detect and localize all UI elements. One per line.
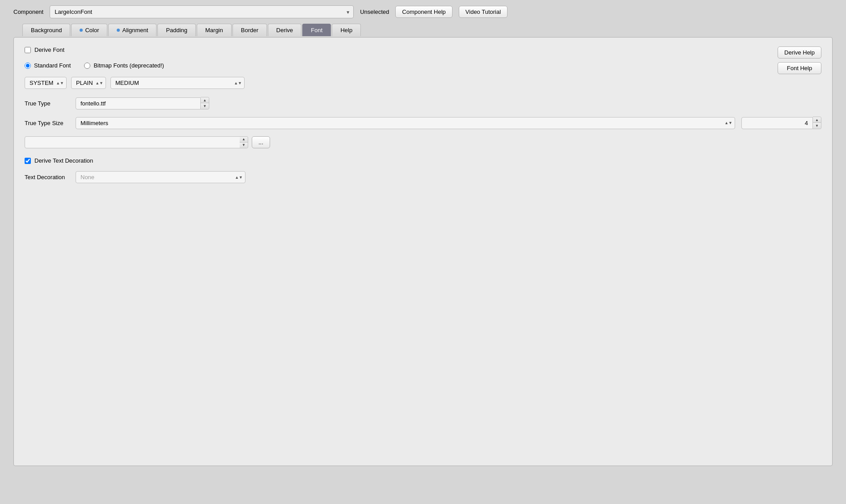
tab-background[interactable]: Background — [22, 24, 70, 36]
alignment-dot-icon — [117, 29, 120, 32]
tab-derive[interactable]: Derive — [268, 24, 302, 36]
path-input[interactable] — [25, 136, 240, 148]
derive-text-decoration-label: Derive Text Decoration — [34, 157, 93, 164]
size-value-up-btn[interactable]: ▲ — [813, 117, 821, 123]
true-type-row: True Type ▲ ▼ — [25, 97, 821, 109]
bitmap-font-option[interactable]: Bitmap Fonts (deprecated!) — [84, 62, 164, 69]
video-tutorial-button[interactable]: Video Tutorial — [459, 6, 508, 18]
color-dot-icon — [80, 29, 83, 32]
bitmap-font-label: Bitmap Fonts (deprecated!) — [93, 62, 164, 69]
tab-padding[interactable]: Padding — [157, 24, 196, 36]
derive-font-row: Derive Font — [25, 46, 821, 53]
font-style-select[interactable]: PLAIN — [71, 77, 106, 89]
path-down-btn[interactable]: ▼ — [240, 143, 248, 148]
component-help-button[interactable]: Component Help — [395, 6, 453, 18]
true-type-up-btn[interactable]: ▲ — [201, 97, 209, 103]
path-up-btn[interactable]: ▲ — [240, 137, 248, 143]
top-bar: Component LargeIconFont ▼ Unselected Com… — [0, 0, 846, 24]
true-type-size-label: True Type Size — [25, 120, 69, 126]
standard-font-option[interactable]: Standard Font — [25, 62, 71, 69]
font-help-button[interactable]: Font Help — [778, 62, 821, 74]
tab-background-label: Background — [31, 27, 62, 34]
font-style-select-box: PLAIN ▲▼ — [71, 77, 106, 89]
size-value-spinner-wrapper: ▲ ▼ — [741, 117, 821, 129]
derive-text-decoration-row: Derive Text Decoration — [25, 157, 821, 164]
derive-font-checkbox[interactable] — [25, 47, 31, 53]
component-select[interactable]: LargeIconFont — [50, 5, 354, 18]
font-dropdowns-row: SYSTEM ▲▼ PLAIN ▲▼ MEDIUM ▲▼ — [25, 77, 821, 89]
font-family-select-box: SYSTEM ▲▼ — [25, 77, 67, 89]
component-label: Component — [13, 8, 43, 15]
tab-font[interactable]: Font — [302, 24, 331, 36]
font-size-select[interactable]: MEDIUM — [110, 77, 245, 89]
tab-margin[interactable]: Margin — [197, 24, 232, 36]
tab-padding-label: Padding — [166, 27, 187, 34]
true-type-spinner-btns: ▲ ▼ — [201, 97, 209, 109]
tab-alignment-label: Alignment — [122, 27, 148, 34]
path-arrow-btns: ▲ ▼ — [240, 136, 248, 148]
standard-font-radio[interactable] — [25, 63, 31, 69]
size-unit-select-wrapper: Millimeters ▲▼ — [76, 117, 735, 129]
true-type-size-row: True Type Size Millimeters ▲▼ ▲ ▼ — [25, 117, 821, 129]
true-type-label: True Type — [25, 100, 69, 107]
main-panel: Derive Help Font Help Derive Font Standa… — [13, 37, 833, 466]
font-size-select-box: MEDIUM ▲▼ — [110, 77, 245, 89]
derive-text-decoration-checkbox[interactable] — [25, 158, 31, 164]
true-type-down-btn[interactable]: ▼ — [201, 103, 209, 109]
path-row: ▲ ▼ ... — [25, 136, 821, 148]
font-type-radio-row: Standard Font Bitmap Fonts (deprecated!) — [25, 62, 821, 69]
tab-help[interactable]: Help — [332, 24, 361, 36]
true-type-input[interactable] — [76, 97, 201, 109]
text-decoration-row: Text Decoration None ▲▼ — [25, 171, 821, 183]
font-family-select[interactable]: SYSTEM — [25, 77, 67, 89]
component-select-wrapper: LargeIconFont ▼ — [50, 5, 354, 18]
text-decoration-label: Text Decoration — [25, 174, 69, 181]
tab-font-label: Font — [311, 27, 322, 34]
unselected-label: Unselected — [360, 8, 389, 15]
derive-help-button[interactable]: Derive Help — [778, 46, 821, 59]
size-unit-select[interactable]: Millimeters — [76, 117, 735, 129]
path-input-wrapper: ▲ ▼ — [25, 136, 248, 148]
tab-border[interactable]: Border — [233, 24, 267, 36]
text-decoration-select[interactable]: None — [76, 171, 245, 183]
true-type-spinner-wrapper: ▲ ▼ — [76, 97, 209, 109]
tab-margin-label: Margin — [205, 27, 223, 34]
size-value-spinner-btns: ▲ ▼ — [813, 117, 821, 129]
tab-derive-label: Derive — [276, 27, 293, 34]
size-value-input[interactable] — [741, 117, 813, 129]
bitmap-font-radio[interactable] — [84, 63, 90, 69]
right-buttons: Derive Help Font Help — [778, 46, 821, 74]
tab-alignment[interactable]: Alignment — [108, 24, 157, 36]
tab-color-label: Color — [85, 27, 99, 34]
standard-font-label: Standard Font — [34, 62, 71, 69]
tab-border-label: Border — [241, 27, 258, 34]
derive-font-label: Derive Font — [34, 46, 64, 53]
size-value-down-btn[interactable]: ▼ — [813, 123, 821, 129]
browse-button[interactable]: ... — [252, 136, 270, 148]
tabs-bar: Background Color Alignment Padding Margi… — [0, 24, 846, 36]
tab-help-label: Help — [340, 27, 352, 34]
text-decoration-select-wrapper: None ▲▼ — [76, 171, 245, 183]
tab-color[interactable]: Color — [71, 24, 107, 36]
